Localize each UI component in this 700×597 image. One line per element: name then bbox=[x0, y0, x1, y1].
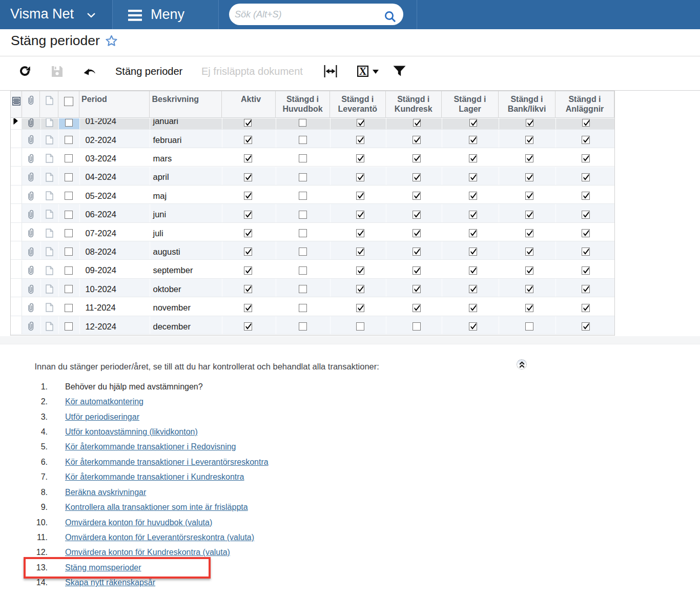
svg-text:X: X bbox=[359, 66, 367, 77]
